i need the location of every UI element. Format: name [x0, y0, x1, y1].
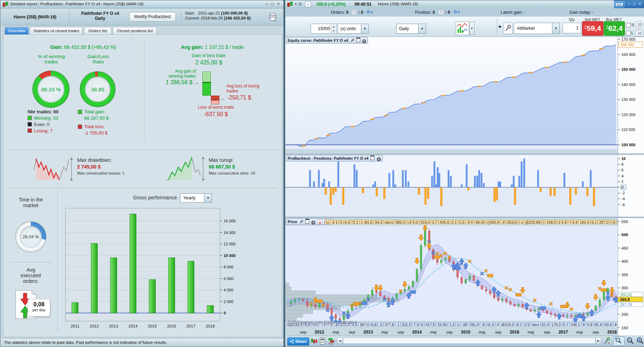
svg-text:-2: -2: [621, 191, 625, 195]
period-dropdown[interactable]: Daily ▼: [396, 24, 426, 34]
svg-text:0: 0: [224, 311, 226, 315]
maximize-button[interactable]: □: [632, 1, 637, 7]
dropdown-arrow-icon[interactable]: ▼: [361, 24, 368, 33]
equity-panel-title: Equity curve: Pathfinder FY O v4: [288, 38, 348, 42]
svg-text:2014: 2014: [128, 324, 138, 328]
minimize-button[interactable]: –: [627, 1, 632, 7]
close-position-icon[interactable]: ✕: [438, 10, 444, 15]
strip-value: ,9 0: [466, 220, 474, 224]
print-icon[interactable]: [269, 12, 278, 21]
limit-checkbox[interactable]: [626, 31, 631, 35]
order-mode-dropdown[interactable]: AtMarket ▼: [514, 23, 560, 34]
gain-loss-ratio-donut: 38,85: [80, 72, 115, 107]
chart-scrollbar[interactable]: [343, 337, 596, 344]
units-dropdown[interactable]: (x) units ▼: [338, 24, 369, 34]
total-loss-swatch: [78, 125, 82, 129]
maximize-button[interactable]: □: [270, 1, 275, 7]
scroll-right-icon[interactable]: ▶: [596, 337, 601, 344]
detach-window-icon[interactable]: [370, 155, 374, 160]
keyboard-icon[interactable]: [614, 1, 625, 7]
close-panel-icon[interactable]: ✕: [362, 39, 366, 43]
strip-value: ),5: [610, 220, 616, 224]
strip-value: 45,6: [617, 220, 617, 224]
positions-panel-header[interactable]: ProBacktest - Positions: Pathfinder FY O…: [286, 155, 383, 161]
svg-text:sep: sep: [300, 330, 306, 334]
limit-value-input[interactable]: 10: [635, 30, 644, 36]
svg-text:×: ×: [443, 250, 447, 257]
price-panel-header[interactable]: Price ✕ ⬇ ⬆: [286, 218, 331, 225]
svg-text:2013: 2013: [109, 324, 118, 328]
equity-panel-header[interactable]: Equity curve: Pathfinder FY O v4 ✕: [286, 37, 368, 44]
info-icon[interactable]: i: [305, 1, 311, 7]
panel-splitter[interactable]: [286, 217, 644, 218]
order-settings-wrench-icon[interactable]: [503, 23, 512, 34]
strip-value: rders: [384, 220, 394, 224]
zoom-select-icon[interactable]: [613, 336, 625, 346]
stop-value-input[interactable]: 10: [635, 21, 644, 28]
qty-value: 1: [576, 25, 579, 30]
tab-statistics[interactable]: Statistics of closed trades: [30, 27, 82, 34]
strip-value: 81,9: [594, 322, 603, 326]
sell-arrow-icon[interactable]: ⬇: [317, 219, 322, 224]
gross-performance-chart: 02 0004 0006 0008 00010 00012 00014 0001…: [54, 192, 252, 332]
stepper-up-icon[interactable]: ▲: [331, 24, 336, 29]
close-button[interactable]: ×: [637, 1, 642, 7]
stop-checkbox[interactable]: [626, 23, 631, 28]
qty-input[interactable]: 1: [563, 23, 581, 33]
position-settings-gear-icon[interactable]: ⚙⚙: [453, 9, 460, 15]
detach-window-icon[interactable]: [305, 219, 309, 223]
strip-value: 4: [495, 322, 500, 326]
close-button[interactable]: ×: [276, 1, 281, 7]
trading-titlebar[interactable]: ▼ O i 260,9 (+0,23%) 09:40:51 Havre (25$…: [285, 0, 644, 8]
tab-orders-list[interactable]: Orders list: [84, 27, 111, 34]
chevron-down-icon[interactable]: ▼: [294, 2, 297, 6]
wrench-icon[interactable]: [350, 38, 354, 44]
chart-type-arrow-icon[interactable]: ▼: [469, 22, 475, 35]
zoom-out-icon[interactable]: [626, 337, 634, 347]
close-panel-icon[interactable]: ✕: [377, 157, 381, 161]
detach-window-icon[interactable]: [356, 38, 360, 42]
strip-value: ,3: [378, 322, 383, 326]
tab-closed-positions[interactable]: Closed positions list: [113, 27, 157, 34]
dropdown-arrow-icon[interactable]: ▼: [552, 23, 559, 34]
orders-settings-gear-icon[interactable]: ⚙⚙: [366, 9, 373, 15]
dropdown-arrow-icon[interactable]: ▼: [418, 24, 426, 33]
minimize-button[interactable]: –: [264, 1, 269, 7]
panel-splitter[interactable]: [286, 154, 644, 155]
svg-text:200: 200: [621, 312, 628, 317]
order-panel-collapse-icon[interactable]: ▶: [499, 24, 502, 28]
layers-icon[interactable]: [328, 337, 336, 347]
wrench-icon[interactable]: [299, 220, 303, 226]
strip-value: ,9: [480, 322, 485, 326]
svg-text:100 000: 100 000: [621, 143, 636, 147]
strip-value: 417,5: [425, 322, 436, 326]
share-button[interactable]: Share: [287, 337, 309, 346]
strip-value: 2,1: [450, 220, 458, 224]
tab-overview[interactable]: Overview: [5, 27, 29, 34]
close-panel-icon[interactable]: ✕: [311, 221, 315, 224]
positions-chart: 1086420-2-4-6: [285, 154, 644, 217]
strip-value: 9: [581, 322, 586, 326]
svg-text:12 000: 12 000: [224, 242, 236, 246]
buy-mkt-button[interactable]: 262,4: [604, 21, 625, 36]
quantity-stepper[interactable]: 15000 ▲ ▼: [311, 24, 337, 34]
drawdown-sub: Max consecutive losses: 1: [77, 171, 125, 175]
stepper-down-icon[interactable]: ▼: [331, 29, 336, 33]
modify-probacktest-button[interactable]: Modify ProBacktest: [129, 12, 176, 22]
best-trade-value: 2 425,00 $: [170, 59, 248, 66]
sell-mkt-button[interactable]: 259,4: [582, 21, 603, 36]
qty-label: Qty: [563, 17, 581, 22]
list-candles-icon[interactable]: [310, 337, 318, 347]
zoom-in-icon[interactable]: [636, 337, 644, 347]
page-settings-icon[interactable]: [320, 337, 326, 347]
svg-text:sep: sep: [593, 330, 599, 334]
report-titlebar[interactable]: Detailed report | ProBacktest | Pathfind…: [0, 0, 283, 8]
strip-value: @233,89: [524, 220, 541, 224]
cancel-orders-icon[interactable]: ✕: [351, 10, 357, 15]
svg-text:130 000: 130 000: [621, 97, 636, 102]
scroll-left-icon[interactable]: ◀: [337, 337, 343, 344]
chart-type-button[interactable]: [456, 22, 469, 35]
strip-value: 175,0: [550, 322, 562, 326]
draw-tools-icon[interactable]: [603, 337, 610, 347]
svg-text:×: ×: [610, 291, 614, 298]
